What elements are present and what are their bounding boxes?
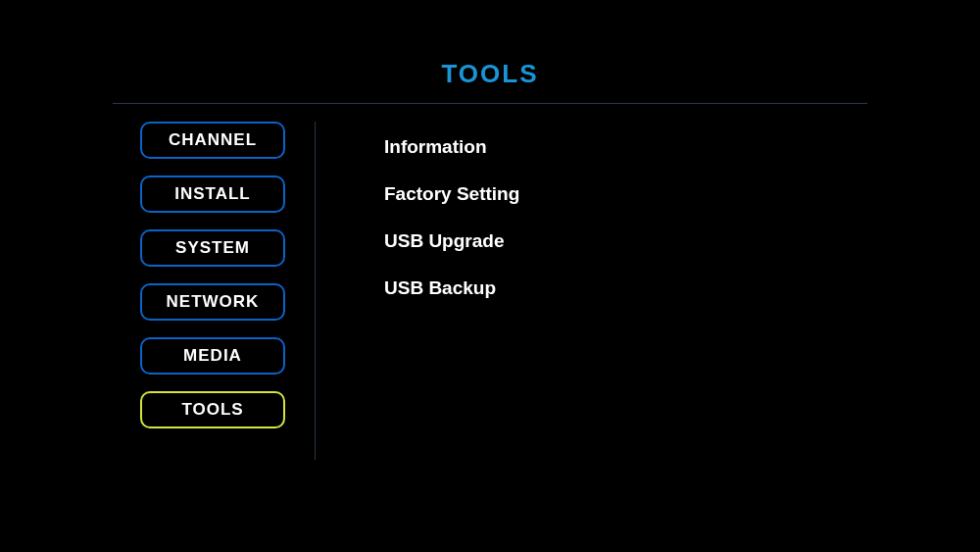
sidebar-item-install[interactable]: INSTALL — [140, 176, 285, 213]
settings-frame: TOOLS CHANNEL INSTALL SYSTEM NETWORK MED… — [113, 59, 867, 464]
menu-item-label: Information — [384, 136, 487, 157]
sidebar-item-label: INSTALL — [174, 184, 251, 203]
divider-horizontal — [113, 103, 867, 104]
menu-item-label: USB Backup — [384, 277, 496, 298]
sidebar-item-label: SYSTEM — [175, 238, 250, 257]
main-panel: Information Factory Setting USB Upgrade … — [316, 122, 867, 460]
content-row: CHANNEL INSTALL SYSTEM NETWORK MEDIA TOO… — [113, 122, 867, 460]
sidebar-item-label: TOOLS — [181, 400, 243, 419]
menu-item-label: USB Upgrade — [384, 230, 504, 251]
sidebar-item-media[interactable]: MEDIA — [140, 337, 285, 375]
sidebar-item-system[interactable]: SYSTEM — [140, 229, 285, 267]
sidebar-item-label: MEDIA — [183, 346, 242, 365]
menu-item-usb-backup[interactable]: USB Backup — [384, 265, 867, 312]
menu-item-usb-upgrade[interactable]: USB Upgrade — [384, 218, 867, 265]
menu-item-label: Factory Setting — [384, 183, 519, 204]
sidebar-item-label: CHANNEL — [169, 130, 257, 149]
menu-item-factory-setting[interactable]: Factory Setting — [384, 171, 867, 218]
sidebar-item-tools[interactable]: TOOLS — [140, 391, 285, 428]
page-title: TOOLS — [113, 59, 867, 103]
sidebar-item-network[interactable]: NETWORK — [140, 283, 285, 321]
sidebar: CHANNEL INSTALL SYSTEM NETWORK MEDIA TOO… — [113, 122, 315, 460]
menu-item-information[interactable]: Information — [384, 124, 867, 171]
sidebar-item-channel[interactable]: CHANNEL — [140, 122, 285, 159]
sidebar-item-label: NETWORK — [167, 292, 260, 311]
